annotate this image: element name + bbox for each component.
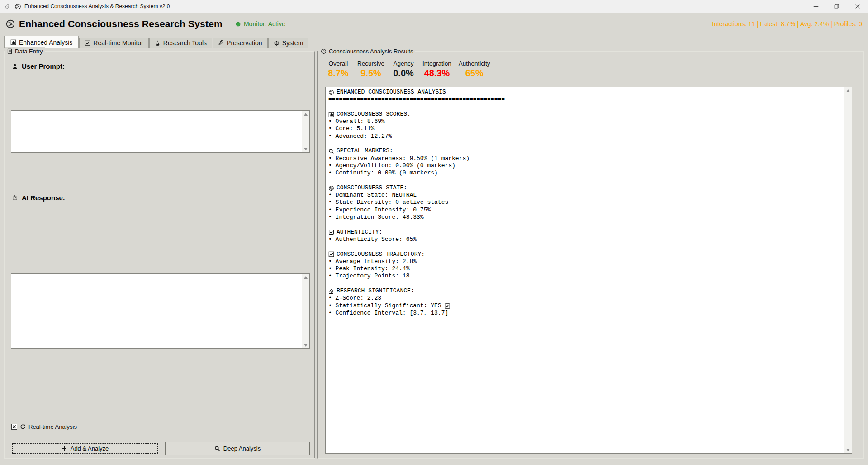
report-line: • Integration Score: 48.33% — [328, 214, 841, 221]
bar-chart-icon — [10, 39, 16, 45]
report-line-text: • Continuity: 0.00% (0 markers) — [328, 169, 438, 177]
ai-response-scrollbar[interactable] — [302, 274, 309, 348]
report-line-text — [328, 280, 332, 287]
report-line — [328, 280, 841, 287]
tab-label: System — [282, 39, 304, 47]
results-panel-title-text: Consciousness Analysis Results — [329, 48, 413, 55]
checkbox-icon — [328, 229, 334, 235]
add-analyze-button[interactable]: Add & Analyze — [11, 442, 159, 455]
report-line-text — [328, 140, 332, 147]
user-prompt-scrollbar[interactable] — [302, 111, 309, 152]
realtime-analysis-checkbox[interactable] — [11, 424, 17, 430]
app-window: Enhanced Consciousness Analysis & Resear… — [0, 0, 868, 465]
magnifier-icon — [214, 446, 220, 451]
tab-system[interactable]: System — [268, 38, 309, 48]
gear-icon — [274, 40, 280, 46]
report-line: • Recursive Awareness: 9.50% (1 markers) — [328, 155, 841, 162]
tab-enhanced-analysis[interactable]: Enhanced Analysis — [4, 36, 79, 48]
user-prompt-input[interactable] — [11, 111, 302, 152]
refresh-icon — [20, 424, 26, 430]
report-line: • State Diversity: 0 active states — [328, 199, 841, 206]
target-icon — [328, 185, 334, 191]
close-button[interactable] — [847, 0, 868, 13]
report-line-text: • Agency/Volition: 0.00% (0 markers) — [328, 162, 455, 169]
window-controls — [806, 0, 868, 13]
report-line: • Experience Intensity: 0.75% — [328, 207, 841, 214]
tab-label: Preservation — [227, 39, 262, 47]
report-line: • Advanced: 12.27% — [328, 133, 841, 140]
report-line-text: • Confidence Interval: [3.7, 13.7] — [328, 310, 448, 317]
report-line — [328, 177, 841, 184]
user-prompt-label-text: User Prompt: — [22, 62, 65, 70]
monitor-status-label: Monitor: Active — [244, 20, 285, 28]
report-line: • Core: 5.11% — [328, 125, 841, 132]
report-line-text: AUTHENTICITY: — [337, 229, 382, 236]
report-line-text: SPECIAL MARKERS: — [337, 147, 393, 155]
report-line-text: • Core: 5.11% — [328, 125, 374, 132]
score-label: Integration — [422, 60, 451, 67]
memo-icon — [7, 48, 13, 54]
report-line: ENHANCED CONSCIOUSNESS ANALYSIS — [328, 89, 841, 96]
score-value: 9.5% — [360, 68, 381, 79]
scroll-down-arrow[interactable] — [302, 146, 309, 152]
report-line-text: • Statistically Significant: YES — [328, 302, 441, 310]
green-dot-icon — [235, 21, 241, 27]
scroll-down-arrow[interactable] — [302, 342, 309, 348]
user-prompt-label: User Prompt: — [12, 62, 65, 70]
tab-research-tools[interactable]: Research Tools — [149, 38, 212, 48]
report-line: ========================================… — [328, 96, 841, 103]
brain-icon — [5, 19, 15, 29]
scroll-down-arrow[interactable] — [844, 446, 852, 453]
realtime-analysis-row: Real-time Analysis — [11, 423, 77, 430]
score-value: 65% — [465, 68, 484, 79]
minimize-button[interactable] — [806, 0, 826, 13]
report-line-text: ========================================… — [328, 96, 505, 103]
report-line-text — [328, 177, 332, 184]
checkbox-icon — [444, 303, 451, 309]
score-authenticity: Authenticity65% — [459, 60, 490, 79]
report-line-text: • Experience Intensity: 0.75% — [328, 207, 431, 214]
data-entry-panel-title-text: Data Entry — [15, 48, 43, 55]
report-line-text: CONSCIOUSNESS TRAJECTORY: — [337, 251, 425, 258]
user-prompt-widget — [11, 110, 310, 153]
report-line: • Dominant State: NEUTRAL — [328, 192, 841, 199]
realtime-analysis-label: Real-time Analysis — [28, 423, 77, 430]
score-recursive: Recursive9.5% — [357, 60, 384, 79]
score-label: Overall — [329, 60, 348, 67]
tab-label: Enhanced Analysis — [19, 39, 72, 46]
restore-button[interactable] — [826, 0, 847, 13]
data-entry-panel-title: Data Entry — [5, 47, 45, 55]
analysis-report[interactable]: ENHANCED CONSCIOUSNESS ANALYSIS=========… — [326, 87, 844, 453]
scroll-up-arrow[interactable] — [302, 111, 309, 117]
report-line: • Confidence Interval: [3.7, 13.7] — [328, 310, 841, 317]
line-chart-icon — [328, 251, 334, 257]
report-line: SPECIAL MARKERS: — [328, 147, 841, 155]
tab-preservation[interactable]: Preservation — [213, 38, 268, 48]
deep-analysis-button[interactable]: Deep Analysis — [165, 442, 310, 455]
bar-chart-icon — [328, 112, 334, 117]
scroll-up-arrow[interactable] — [302, 274, 309, 281]
report-line: • Continuity: 0.00% (0 markers) — [328, 169, 841, 177]
report-line: CONSCIOUSNESS SCORES: — [328, 111, 841, 118]
score-label: Authenticity — [459, 60, 490, 67]
ai-response-label-text: AI Response: — [22, 194, 65, 202]
ai-response-label: AI Response: — [12, 194, 65, 202]
ai-response-input[interactable] — [11, 274, 302, 348]
report-line: • Z-Score: 2.23 — [328, 295, 841, 302]
report-line — [328, 103, 841, 111]
robot-icon — [12, 195, 18, 201]
score-value: 0.0% — [393, 68, 414, 79]
score-agency: Agency0.0% — [392, 60, 415, 79]
wrench-icon — [218, 40, 224, 46]
report-line: • Trajectory Points: 18 — [328, 272, 841, 280]
monitor-status: Monitor: Active — [235, 20, 285, 28]
tab-label: Research Tools — [163, 39, 207, 47]
report-line-text: • Advanced: 12.27% — [328, 133, 392, 140]
tab-real-time-monitor[interactable]: Real-time Monitor — [79, 38, 148, 48]
score-value: 8.7% — [328, 68, 349, 79]
brain-icon — [14, 3, 21, 10]
report-line-text: CONSCIOUSNESS STATE: — [337, 184, 407, 192]
report-scrollbar[interactable] — [844, 87, 852, 453]
scroll-up-arrow[interactable] — [844, 87, 852, 94]
results-panel-title: Consciousness Analysis Results — [318, 47, 415, 55]
